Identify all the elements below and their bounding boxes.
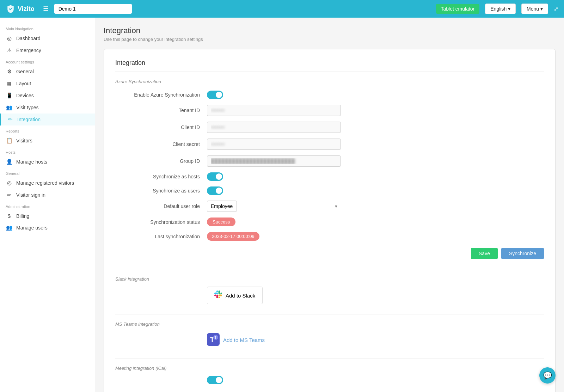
ical-section: Meeting integration (iCal) (115, 366, 544, 384)
sidebar-item-label: Layout (16, 81, 31, 86)
last-sync-row: Last synchronization 2023-02-17 00:00:09 (115, 232, 544, 241)
sidebar-section-administration: Administration (0, 201, 95, 210)
add-to-teams-label: Add to MS Teams (223, 337, 265, 343)
visitor-sign-in-icon: ✏ (6, 192, 13, 198)
toggle-slider-hosts (207, 172, 223, 181)
dashboard-icon: ◎ (6, 35, 13, 42)
sidebar-item-general[interactable]: ⚙ General (0, 66, 95, 78)
ical-section-label: Meeting integration (iCal) (115, 366, 544, 371)
sidebar-item-layout[interactable]: ▦ Layout (0, 78, 95, 90)
action-buttons: Save Synchronize (115, 248, 544, 259)
card-title: Integration (115, 59, 544, 72)
sidebar-section-reports: Reports (0, 125, 95, 135)
language-button[interactable]: English ▾ (485, 4, 516, 14)
add-to-teams-button[interactable]: T T Add to MS Teams (207, 332, 265, 348)
visit-types-icon: 👥 (6, 104, 13, 111)
emergency-icon: ⚠ (6, 47, 13, 54)
toggle-slider (207, 91, 223, 99)
main-content: Integration Use this page to change your… (95, 18, 564, 392)
synchronize-button[interactable]: Synchronize (501, 248, 544, 259)
sidebar-item-label: Visitors (16, 138, 32, 143)
sync-hosts-label: Synchronize as hosts (115, 174, 207, 179)
logo: Vizito (6, 4, 35, 14)
tenant-id-input[interactable] (207, 105, 341, 116)
save-button[interactable]: Save (471, 248, 498, 259)
layout: Main Navigation ◎ Dashboard ⚠ Emergency … (0, 18, 564, 392)
add-to-slack-label: Add to Slack (226, 293, 255, 299)
default-user-role-row: Default user role Employee Admin Manager… (115, 201, 544, 212)
slack-section: Slack integration (115, 276, 544, 304)
sidebar-item-label: Dashboard (16, 36, 41, 41)
workspace-search[interactable] (54, 4, 132, 14)
integration-icon: ✏ (7, 116, 14, 123)
layout-icon: ▦ (6, 80, 13, 87)
visitors-icon: 📋 (6, 137, 13, 144)
status-badge: Success (207, 218, 235, 226)
teams-section: MS Teams integration T T Add to MS Teams (115, 321, 544, 348)
sidebar-item-manage-registered-visitors[interactable]: ◎ Manage registered visitors (0, 177, 95, 189)
sidebar-item-emergency[interactable]: ⚠ Emergency (0, 44, 95, 56)
sync-status-row: Synchronization status Success (115, 218, 544, 226)
client-secret-row: Client secret (115, 139, 544, 150)
sync-hosts-toggle[interactable] (207, 172, 223, 181)
azure-section-label: Azure Synchronization (115, 79, 544, 84)
slack-icon (214, 290, 222, 300)
client-secret-input[interactable] (207, 139, 341, 150)
expand-icon[interactable]: ⤢ (554, 6, 558, 12)
sidebar-item-label: Manage users (16, 225, 48, 231)
sidebar-item-dashboard[interactable]: ◎ Dashboard (0, 32, 95, 44)
enable-azure-row: Enable Azure Synchronization (115, 91, 544, 99)
sidebar-item-integration[interactable]: ✏ Integration (0, 114, 95, 125)
sidebar-item-label: Manage hosts (16, 159, 47, 165)
sidebar-item-visitor-sign-in[interactable]: ✏ Visitor sign in (0, 189, 95, 201)
logo-text: Vizito (18, 5, 35, 13)
sidebar-item-manage-hosts[interactable]: 👤 Manage hosts (0, 156, 95, 168)
divider-2 (115, 314, 544, 314)
sync-users-row: Synchronize as users (115, 186, 544, 195)
default-user-role-wrapper: Employee Admin Manager ▾ (207, 201, 341, 212)
integration-card: Integration Azure Synchronization Enable… (104, 49, 556, 392)
sidebar-section-hosts: Hosts (0, 147, 95, 156)
ical-toggle[interactable] (207, 376, 223, 384)
manage-users-icon: 👥 (6, 225, 13, 231)
svg-text:T: T (214, 336, 216, 339)
page-subtitle: Use this page to change your integration… (104, 37, 556, 42)
sidebar-item-label: General (16, 69, 34, 74)
sidebar-item-devices[interactable]: 📱 Devices (0, 90, 95, 102)
sync-status-label: Synchronization status (115, 219, 207, 225)
add-to-slack-button[interactable]: Add to Slack (207, 287, 263, 304)
sync-users-label: Synchronize as users (115, 188, 207, 194)
page-title: Integration (104, 26, 556, 35)
toggle-slider-users (207, 186, 223, 195)
chat-bubble[interactable]: 💬 (539, 367, 556, 384)
client-id-input[interactable] (207, 122, 341, 133)
sync-users-toggle[interactable] (207, 186, 223, 195)
teams-icon: T T (207, 333, 220, 347)
ical-toggle-row (115, 376, 544, 384)
header: Vizito ☰ Tablet emulator English ▾ Menu … (0, 0, 564, 18)
sidebar-item-label: Visitor sign in (16, 192, 45, 198)
registered-visitors-icon: ◎ (6, 180, 13, 186)
default-user-role-select[interactable]: Employee Admin Manager (207, 201, 237, 212)
sidebar-item-billing[interactable]: $ Billing (0, 210, 95, 222)
last-sync-badge: 2023-02-17 00:00:09 (207, 232, 259, 241)
sidebar-item-label: Devices (16, 93, 34, 98)
tenant-id-label: Tenant ID (115, 108, 207, 113)
group-id-input[interactable] (207, 155, 341, 167)
sidebar-item-visit-types[interactable]: 👥 Visit types (0, 102, 95, 114)
sidebar-item-label: Emergency (16, 48, 41, 53)
default-user-role-label: Default user role (115, 203, 207, 209)
billing-icon: $ (6, 213, 13, 219)
sidebar-item-label: Integration (17, 117, 41, 122)
sidebar-section-general: General (0, 168, 95, 177)
enable-azure-toggle[interactable] (207, 91, 223, 99)
client-id-row: Client ID (115, 122, 544, 133)
sidebar-item-manage-users[interactable]: 👥 Manage users (0, 222, 95, 234)
sidebar-item-label: Visit types (16, 105, 39, 110)
chevron-down-icon: ▾ (335, 203, 337, 209)
hamburger-icon[interactable]: ☰ (43, 5, 49, 13)
menu-button[interactable]: Menu ▾ (521, 4, 548, 14)
tablet-emulator-button[interactable]: Tablet emulator (436, 4, 480, 14)
sidebar-item-visitors[interactable]: 📋 Visitors (0, 135, 95, 147)
toggle-slider-ical (207, 376, 223, 384)
